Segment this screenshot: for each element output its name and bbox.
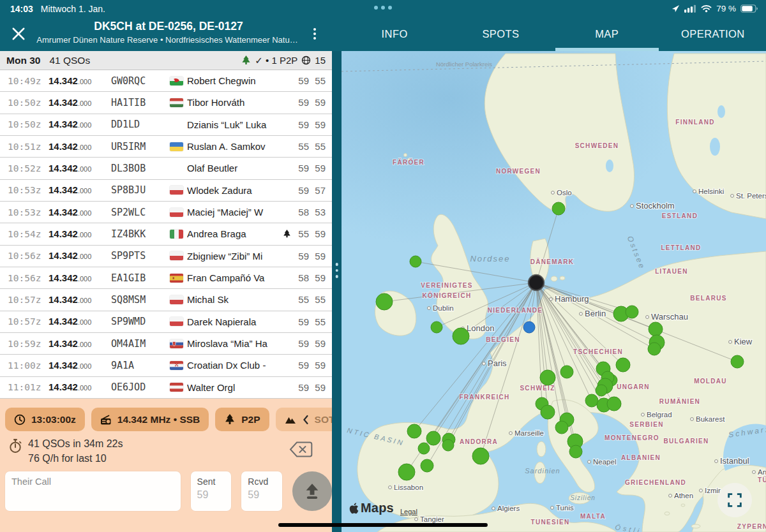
tab-spots[interactable]: SPOTS xyxy=(447,17,553,51)
log-p2p-summary: ✓ • 1 P2P xyxy=(255,55,297,66)
qso-frequency: 14.342.000 xyxy=(49,272,111,284)
qso-callsign: SQ8MSM xyxy=(111,294,170,306)
rst-rcvd: 59 xyxy=(309,338,326,349)
their-call-input[interactable]: Their Call xyxy=(5,471,181,511)
svg-text:GRIECHENLAND: GRIECHENLAND xyxy=(625,479,686,486)
qso-map-marker[interactable] xyxy=(560,366,573,378)
qso-map-marker[interactable] xyxy=(442,440,454,451)
qso-map-marker[interactable] xyxy=(555,421,568,434)
qso-map-marker[interactable] xyxy=(407,424,421,438)
tab-info[interactable]: INFO xyxy=(342,17,447,51)
rst-sent-input[interactable]: Sent 59 xyxy=(191,471,232,511)
qso-map-marker[interactable] xyxy=(418,443,430,454)
qso-log-row[interactable]: 10:57z 14.342.000 SQ8MSM Michal Sk 55 55 xyxy=(0,289,332,311)
qso-callsign: UR5IRM xyxy=(111,141,170,152)
rate-stats: 41 QSOs in 34m 22s 76 Q/h for last 10 xyxy=(9,438,123,464)
qso-log-row[interactable]: 11:00z 14.342.000 9A1A Croatian Dx Club … xyxy=(0,355,332,376)
qso-log-row[interactable]: 10:56z 14.342.000 EA1GIB Fran Campañó Va… xyxy=(0,267,332,289)
map-legal-link[interactable]: Legal xyxy=(400,508,417,515)
tab-operation[interactable]: OPERATION xyxy=(660,17,766,51)
more-menu-icon[interactable] xyxy=(309,26,320,42)
qso-map-marker[interactable] xyxy=(552,202,565,215)
rst-rcvd: 59 xyxy=(309,228,326,239)
chip-label: P2P xyxy=(241,414,260,425)
qso-map-marker[interactable] xyxy=(585,394,598,407)
qso-log-row[interactable]: 10:49z 14.342.000 GW0RQC Robert Chegwin … xyxy=(0,70,332,92)
qso-log-row[interactable]: 10:59z 14.342.000 OM4AIM Miroslava “Mia”… xyxy=(0,333,332,355)
qso-log-row[interactable]: 10:50z 14.342.000 HA1TIB Tibor Horváth 5… xyxy=(0,92,332,114)
nav-bar: DK5CH at DE-0256, DE-0127 Amrumer Dünen … xyxy=(0,17,766,51)
qso-map-marker[interactable] xyxy=(453,328,469,344)
tab-map[interactable]: MAP xyxy=(554,17,660,51)
clock-icon xyxy=(14,414,26,425)
log-day-header[interactable]: Mon 30 41 QSOs ✓ • 1 P2P 15 xyxy=(0,51,332,70)
qso-operator-name: Fran Campañó Va xyxy=(187,272,281,283)
chip-p2p[interactable]: P2P xyxy=(215,408,269,431)
qso-callsign: IZ4BKK xyxy=(111,228,170,240)
battery-icon xyxy=(740,4,758,13)
qso-log-row[interactable]: 10:57z 14.342.000 SP9WMD Darek Napierala… xyxy=(0,311,332,333)
qso-map-marker[interactable] xyxy=(731,355,744,368)
qso-map-marker[interactable] xyxy=(648,343,661,355)
svg-text:FRANKREICH: FRANKREICH xyxy=(459,394,509,401)
svg-text:UNGARN: UNGARN xyxy=(617,383,650,390)
close-icon[interactable] xyxy=(11,27,26,41)
map-fullscreen-button[interactable] xyxy=(717,483,752,517)
qso-map-marker[interactable] xyxy=(607,397,621,411)
qso-map-marker[interactable] xyxy=(540,370,555,385)
qso-map-marker-blue[interactable] xyxy=(523,321,535,333)
qso-map-marker[interactable] xyxy=(541,405,555,419)
qso-map-marker[interactable] xyxy=(626,306,638,318)
rst-rcvd: 55 xyxy=(309,316,326,327)
qso-time: 11:00z xyxy=(8,360,49,371)
svg-text:Berlin: Berlin xyxy=(585,309,606,318)
qso-time: 10:56z xyxy=(8,251,49,261)
qso-log-row[interactable]: 11:01z 14.342.000 OE6JOD Walter Orgl 59 … xyxy=(0,377,332,399)
chip-14-342-mhz-ssb[interactable]: 14.342 MHz • SSB xyxy=(91,408,209,431)
tab-bar: INFO SPOTS MAP OPERATION xyxy=(342,17,766,51)
qso-map-marker[interactable] xyxy=(596,385,607,396)
qso-log-row[interactable]: 10:54z 14.342.000 IZ4BKK Andrea Braga 55… xyxy=(0,223,332,245)
qso-log-row[interactable]: 10:53z 14.342.000 SP2WLC Maciej “Maciej”… xyxy=(0,202,332,223)
qso-operator-name: Maciej “Maciej” W xyxy=(187,207,281,218)
qso-map-marker[interactable] xyxy=(426,431,440,445)
qso-log-row[interactable]: 10:56z 14.342.000 SP9PTS Zbigniew “Zibi”… xyxy=(0,246,332,267)
svg-text:LETTLAND: LETTLAND xyxy=(661,244,701,251)
qso-map-marker[interactable] xyxy=(431,321,442,333)
divider-drag-handle-icon[interactable] xyxy=(335,263,338,278)
qso-log-row[interactable]: 10:52z 14.342.000 DL3BOB Olaf Beutler 59… xyxy=(0,158,332,179)
chip-label: 14.342 MHz • SSB xyxy=(117,414,200,425)
country-flag-icon xyxy=(170,251,187,260)
maps-wordmark: Maps xyxy=(361,501,394,515)
qso-callsign: SP9PTS xyxy=(111,250,170,262)
svg-text:TÜRKEI: TÜRKEI xyxy=(758,476,766,484)
multitask-indicator-icon[interactable] xyxy=(374,6,392,10)
qso-log-row[interactable]: 10:53z 14.342.000 SP8BJU Wlodek Zadura 5… xyxy=(0,180,332,202)
qso-map-marker[interactable] xyxy=(472,448,489,464)
qso-map-marker[interactable] xyxy=(569,445,582,458)
their-call-placeholder: Their Call xyxy=(11,477,174,487)
chip-sota[interactable]: SOTA xyxy=(276,408,332,431)
qso-map-marker[interactable] xyxy=(421,459,433,472)
backspace-icon[interactable] xyxy=(289,441,313,458)
qso-log-row[interactable]: 10:51z 14.342.000 UR5IRM Ruslan A. Samko… xyxy=(0,136,332,158)
qso-map-marker[interactable] xyxy=(398,464,415,480)
qso-map-marker[interactable] xyxy=(616,358,630,372)
svg-text:Kiew: Kiew xyxy=(734,337,753,346)
qso-map-marker[interactable] xyxy=(410,256,421,267)
home-indicator[interactable] xyxy=(278,523,488,527)
qso-log-row[interactable]: 10:50z 14.342.000 DD1LD Dzianis “Luk” Lu… xyxy=(0,114,332,136)
chip-13-03-00z[interactable]: 13:03:00z xyxy=(5,408,85,431)
qso-map-marker[interactable] xyxy=(649,322,663,336)
station-map-marker[interactable] xyxy=(529,275,544,290)
svg-text:SERBIEN: SERBIEN xyxy=(629,421,664,428)
qso-map-marker[interactable] xyxy=(376,293,393,310)
svg-text:BELARUS: BELARUS xyxy=(690,295,726,302)
qso-map[interactable]: Nördlicher PolarkreisNordseeOstseeSardin… xyxy=(342,51,766,532)
qso-callsign: EA1GIB xyxy=(111,272,170,284)
log-qso-button[interactable] xyxy=(292,471,332,511)
qso-time: 10:50z xyxy=(8,98,49,108)
qso-operator-name: Ruslan A. Samkov xyxy=(187,141,281,152)
chevron-left-icon xyxy=(302,415,309,425)
rst-rcvd-input[interactable]: Rcvd 59 xyxy=(241,471,282,511)
